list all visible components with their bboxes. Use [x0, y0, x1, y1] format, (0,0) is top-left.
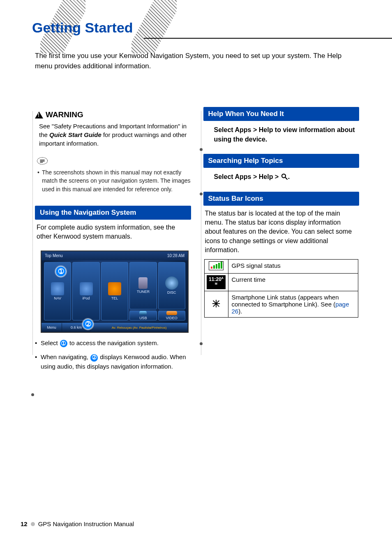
svg-rect-2 — [40, 161, 44, 161]
status-table: GPS signal status 11:20AM Current time — [204, 259, 359, 318]
svg-point-4 — [282, 174, 286, 178]
search-icon — [281, 173, 288, 180]
section-bar-status: Status Bar Icons — [203, 192, 360, 206]
status-intro: The status bar is located at the top of … — [203, 206, 360, 257]
gps-signal-icon — [209, 261, 224, 270]
column-dot-1 — [200, 148, 203, 151]
time-desc: Current time — [228, 273, 358, 291]
clock-icon: 11:20AM — [207, 275, 226, 289]
footer-dot-icon — [31, 522, 35, 526]
section-bar-help: Help When You Need It — [203, 107, 360, 121]
column-end-dot — [31, 393, 34, 396]
callout-2-overlay: ➁ — [83, 319, 93, 330]
page-title: Getting Started — [32, 20, 133, 36]
column-dot-3 — [200, 342, 203, 345]
note-bullet: • The screenshots shown in this manual m… — [35, 168, 191, 193]
warning-triangle-icon — [35, 111, 43, 118]
gps-signal-icon-cell — [204, 259, 228, 273]
section-bar-searching: Searching Help Topics — [203, 154, 360, 168]
screenshot-top-menu-label: Top Menu — [45, 253, 63, 258]
help-body: Select Apps > Help to view information a… — [203, 121, 360, 148]
svg-rect-1 — [40, 160, 44, 160]
decorative-hatch-2 — [125, 0, 182, 53]
callout-1-icon: ➀ — [60, 339, 68, 348]
warning-label: WARNING — [46, 110, 83, 119]
smartphone-link-icon-cell — [204, 291, 228, 317]
callout-1-overlay: ➀ — [55, 266, 66, 277]
page-footer: 12 GPS Navigation Instruction Manual — [21, 520, 134, 527]
gps-signal-desc: GPS signal status — [228, 259, 358, 273]
screenshot-address-segment: Av. Rebouças (Av. Paulista/Pinheiros) — [91, 323, 188, 332]
title-rule — [144, 38, 392, 39]
bullet-when-navigating: When navigating, ➁ displays Kenwood audi… — [35, 353, 191, 371]
intro-paragraph: The first time you use your Kenwood Navi… — [35, 51, 359, 71]
time-icon-cell: 11:20AM — [204, 273, 228, 291]
svg-line-5 — [285, 178, 287, 180]
note-icon — [37, 157, 191, 167]
screenshot-menu-segment: Menu — [42, 323, 62, 332]
screenshot-clock: 10:28 AM — [167, 253, 184, 258]
warning-heading: WARNING — [35, 110, 191, 119]
column-dot-2 — [200, 193, 203, 195]
warning-body: See "Safety Precautions and Important In… — [35, 122, 191, 148]
using-nav-body: For complete audio system information, s… — [35, 220, 191, 246]
searching-body: Select Apps > Help > . — [203, 168, 360, 186]
section-bar-using-nav: Using the Navigation System — [35, 206, 191, 220]
bullet-select-nav: Select ➀ to access the navigation system… — [35, 339, 191, 348]
svg-rect-3 — [40, 162, 43, 162]
device-screenshot: Top Menu 10:28 AM NAV iPod TEL TUNER DIS… — [41, 251, 189, 333]
smartphone-link-icon — [212, 299, 221, 308]
footer-title: GPS Navigation Instruction Manual — [38, 520, 134, 527]
callout-2-icon: ➁ — [90, 354, 98, 362]
page-number: 12 — [21, 520, 28, 527]
smartphone-link-desc: Smartphone Link status (appears when con… — [228, 291, 358, 317]
